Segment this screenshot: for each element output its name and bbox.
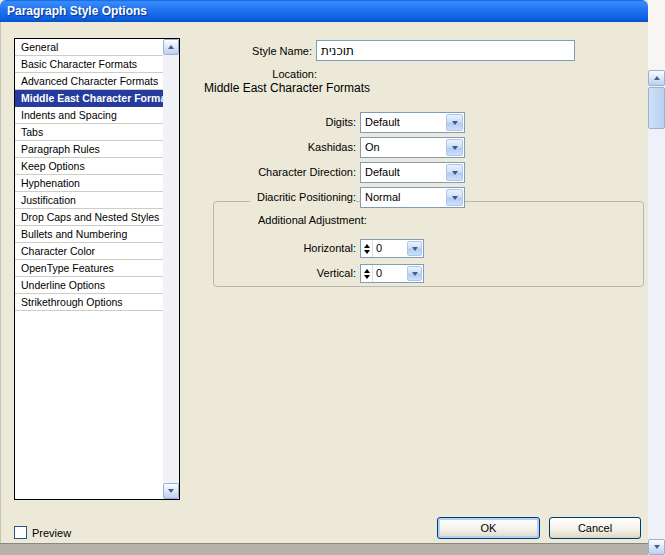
chevron-down-icon [452, 171, 458, 175]
style-name-input[interactable]: תוכנית [316, 40, 575, 61]
sidebar-item-paragraph-rules[interactable]: Paragraph Rules [15, 141, 163, 158]
digits-value: Default [365, 116, 400, 128]
vertical-dropdown-button[interactable] [407, 266, 422, 281]
list-scrollbar[interactable] [163, 39, 179, 499]
sidebar-item-advanced-character-formats[interactable]: Advanced Character Formats [15, 73, 163, 90]
vertical-value[interactable]: 0 [373, 265, 406, 282]
sidebar-item-opentype-features[interactable]: OpenType Features [15, 260, 163, 277]
diacritic-positioning-select[interactable]: Normal [360, 187, 465, 208]
style-name-value: תוכנית [321, 44, 354, 58]
location-label: Location: [245, 68, 317, 81]
chevron-down-icon [412, 247, 418, 251]
diacritic-positioning-value: Normal [365, 191, 400, 203]
horizontal-dropdown-button[interactable] [407, 241, 422, 256]
sidebar-item-strikethrough-options[interactable]: Strikethrough Options [15, 294, 163, 311]
horizontal-value[interactable]: 0 [373, 240, 406, 257]
style-name-label: Style Name: [212, 45, 312, 58]
nudge-arrows-icon[interactable] [361, 265, 373, 282]
nudge-arrows-icon[interactable] [361, 240, 373, 257]
down-arrow-icon [364, 250, 370, 254]
sidebar-item-bullets-and-numbering[interactable]: Bullets and Numbering [15, 226, 163, 243]
diacritic-positioning-label: Diacritic Positioning: [250, 191, 356, 204]
vertical-label: Vertical: [256, 267, 356, 280]
chevron-down-icon [452, 121, 458, 125]
digits-dropdown-button[interactable] [446, 114, 463, 131]
kashidas-label: Kashidas: [206, 141, 356, 154]
sidebar-item-general[interactable]: General [15, 39, 163, 56]
kashidas-dropdown-button[interactable] [446, 139, 463, 156]
ok-button[interactable]: OK [437, 517, 540, 539]
scroll-down-button[interactable] [648, 539, 665, 555]
chevron-down-icon [452, 196, 458, 200]
sidebar-item-basic-character-formats[interactable]: Basic Character Formats [15, 56, 163, 73]
character-direction-dropdown-button[interactable] [446, 164, 463, 181]
character-direction-value: Default [365, 166, 400, 178]
style-category-list: General Basic Character Formats Advanced… [14, 38, 180, 500]
scrollbar-track[interactable] [648, 70, 665, 555]
sidebar-item-keep-options[interactable]: Keep Options [15, 158, 163, 175]
kashidas-select[interactable]: On [360, 137, 465, 158]
page-title: Middle East Character Formats [204, 82, 370, 95]
title-bar[interactable]: Paragraph Style Options [0, 0, 648, 22]
up-arrow-icon [364, 244, 370, 248]
sidebar-item-justification[interactable]: Justification [15, 192, 163, 209]
sidebar-item-character-color[interactable]: Character Color [15, 243, 163, 260]
chevron-down-icon [452, 146, 458, 150]
scroll-up-button[interactable] [163, 39, 179, 55]
app-scrollbar[interactable] [648, 0, 665, 555]
sidebar-item-tabs[interactable]: Tabs [15, 124, 163, 141]
horizontal-label: Horizontal: [256, 242, 356, 255]
up-arrow-icon [364, 269, 370, 273]
down-arrow-icon [654, 545, 660, 549]
sidebar-item-hyphenation[interactable]: Hyphenation [15, 175, 163, 192]
background-window-edge [0, 543, 665, 555]
cancel-button[interactable]: Cancel [549, 517, 641, 539]
sidebar-item-drop-caps-and-nested-styles[interactable]: Drop Caps and Nested Styles [15, 209, 163, 226]
down-arrow-icon [364, 275, 370, 279]
character-direction-label: Character Direction: [206, 166, 356, 179]
vertical-stepper[interactable]: 0 [360, 264, 424, 283]
character-direction-select[interactable]: Default [360, 162, 465, 183]
kashidas-value: On [365, 141, 380, 153]
window-title: Paragraph Style Options [7, 4, 147, 18]
additional-adjustment-title: Additional Adjustment: [258, 214, 367, 227]
up-arrow-icon [168, 45, 174, 49]
diacritic-positioning-dropdown-button[interactable] [446, 189, 463, 206]
sidebar-item-underline-options[interactable]: Underline Options [15, 277, 163, 294]
preview-checkbox[interactable] [14, 526, 27, 539]
scroll-up-button[interactable] [648, 70, 665, 86]
sidebar-item-middle-east-character-formats[interactable]: Middle East Character Formats [15, 90, 163, 107]
chevron-down-icon [412, 272, 418, 276]
digits-select[interactable]: Default [360, 112, 465, 133]
scroll-down-button[interactable] [163, 483, 179, 499]
down-arrow-icon [168, 489, 174, 493]
preview-label: Preview [32, 527, 71, 540]
horizontal-stepper[interactable]: 0 [360, 239, 424, 258]
sidebar-item-indents-and-spacing[interactable]: Indents and Spacing [15, 107, 163, 124]
digits-label: Digits: [206, 116, 356, 129]
scrollbar-thumb[interactable] [648, 87, 665, 129]
up-arrow-icon [654, 76, 660, 80]
